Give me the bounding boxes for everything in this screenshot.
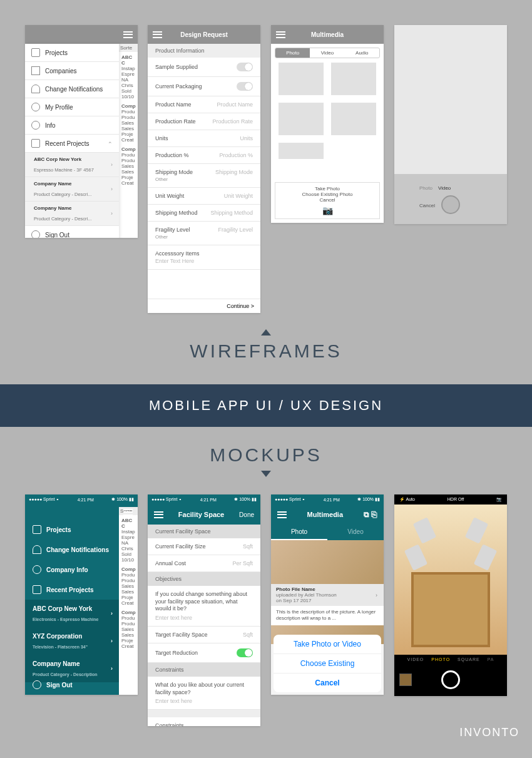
- row-units[interactable]: UnitsUnits: [148, 130, 260, 147]
- tab-photo[interactable]: Photo: [271, 525, 327, 540]
- tab-video[interactable]: Video: [327, 525, 384, 540]
- status-bar: ●●●●● Sprint ⚬4:21 PM✱ 100% ▮▮: [271, 494, 384, 504]
- toggle[interactable]: [237, 63, 253, 71]
- row-constraints[interactable]: ConstraintsEnter text here: [148, 717, 260, 726]
- nav-signout[interactable]: Sign Out: [25, 226, 119, 238]
- continue-button[interactable]: Continue >: [148, 299, 260, 313]
- header: Multimedia⧉ ⎘: [271, 504, 384, 525]
- row-target-space[interactable]: Target Facility SpaceSqft: [148, 627, 260, 643]
- take-photo-button[interactable]: Take Photo: [275, 186, 379, 192]
- tab-photo[interactable]: Photo: [275, 48, 310, 58]
- hamburger-icon[interactable]: [276, 31, 285, 38]
- row-shipping-method[interactable]: Shipping MethodShipping Method: [148, 205, 260, 222]
- hamburger-icon[interactable]: [154, 511, 163, 518]
- nav-notifications[interactable]: Change Notifications: [25, 80, 119, 98]
- spacer: [148, 710, 260, 717]
- hamburger-icon[interactable]: [153, 31, 162, 38]
- chevron-right-icon: ›: [111, 161, 113, 168]
- info-icon: [31, 121, 40, 130]
- thumbnail[interactable]: [331, 63, 376, 95]
- tab-photo[interactable]: Photo: [419, 185, 432, 191]
- recent-item[interactable]: Company NameProduct Category - Descri...…: [25, 177, 119, 202]
- camera-icon[interactable]: 📷: [275, 205, 379, 215]
- tab-video[interactable]: Video: [438, 185, 451, 191]
- hdr-button[interactable]: HDR Off: [448, 497, 464, 502]
- tab-video[interactable]: Video: [310, 48, 344, 58]
- nav-company-info[interactable]: Company Info: [25, 560, 119, 580]
- action-sheet: Take Photo or Video Choose Existing Canc…: [274, 635, 381, 692]
- nav-recent[interactable]: Recent Projects⌃: [25, 135, 119, 153]
- tab-audio[interactable]: Audio: [345, 48, 379, 58]
- recent-item[interactable]: XYZ CorporationTelevision - Flatscreen 3…: [25, 627, 119, 655]
- hamburger-icon[interactable]: [123, 31, 133, 38]
- row-target-reduction: Target Reduction: [148, 643, 260, 663]
- hamburger-icon[interactable]: [123, 509, 133, 516]
- header: Facility SpaceDone: [148, 504, 260, 525]
- row-objective-q1[interactable]: If you could change something about your…: [148, 586, 260, 627]
- building-icon: [31, 66, 40, 75]
- choose-existing-button[interactable]: Choose Existing Photo: [275, 192, 379, 197]
- mode-square[interactable]: SQUARE: [458, 657, 480, 662]
- thumbnail[interactable]: [331, 103, 376, 135]
- row-constraint-q[interactable]: What do you like about your current faci…: [148, 677, 260, 710]
- flash-button[interactable]: ⚡ Auto: [399, 497, 415, 502]
- row-unit-weight[interactable]: Unit WeightUnit Weight: [148, 188, 260, 205]
- side-nav: Projects Change Notifications Company In…: [25, 520, 119, 695]
- nav-notifications[interactable]: Change Notifications: [25, 540, 119, 560]
- cancel-button[interactable]: Cancel: [419, 203, 435, 208]
- row-accessory[interactable]: Accesssory ItemsEnter Text Here: [148, 245, 260, 270]
- nav-info[interactable]: Info: [25, 116, 119, 135]
- page-title: Multimedia: [307, 511, 343, 518]
- row-shipping-mode[interactable]: Shipping ModeShipping ModeOther: [148, 164, 260, 188]
- arrow-up-icon: [261, 329, 271, 335]
- shutter-button[interactable]: [441, 195, 460, 214]
- camera-icon[interactable]: 📷: [496, 497, 502, 502]
- row-production-rate[interactable]: Production RateProduction Rate: [148, 113, 260, 130]
- photo-description: This is the description of the picture. …: [271, 606, 384, 625]
- thumbnail[interactable]: [279, 103, 324, 135]
- cancel-button[interactable]: Cancel: [274, 673, 381, 692]
- nav-profile[interactable]: My Profile: [25, 98, 119, 116]
- chevron-right-icon: ›: [111, 186, 113, 192]
- header: Design Request: [148, 25, 260, 44]
- row-current-size[interactable]: Current Facility SizeSqft: [148, 538, 260, 555]
- nav-projects[interactable]: Projects: [25, 520, 119, 540]
- photo-preview[interactable]: [271, 540, 384, 584]
- mockup-nav: Sorte ABC C InstapEspreNAChrisSold10/10 …: [25, 494, 138, 695]
- nav-companies[interactable]: Companies: [25, 62, 119, 80]
- done-button[interactable]: Done: [239, 511, 254, 518]
- toggle[interactable]: [237, 82, 253, 91]
- recent-item[interactable]: ABC Corp New YorkElectronics - Espresso …: [25, 600, 119, 627]
- camera-top-bar: ⚡ AutoHDR Off📷: [394, 494, 507, 504]
- header-actions[interactable]: ⧉ ⎘: [364, 510, 377, 519]
- camera-viewfinder: [394, 504, 507, 655]
- take-photo-button[interactable]: Take Photo or Video: [274, 635, 381, 654]
- thumbnail[interactable]: [279, 63, 324, 95]
- shutter-button[interactable]: [441, 670, 460, 689]
- recent-item[interactable]: Company NameProduct Category - Descri...…: [25, 202, 119, 226]
- hamburger-icon[interactable]: [277, 511, 287, 518]
- action-sheet: Take Photo Choose Existing Photo Cancel …: [275, 182, 380, 219]
- section-header: Constraints: [148, 663, 260, 677]
- cancel-button[interactable]: Cancel: [275, 197, 379, 203]
- choose-existing-button[interactable]: Choose Existing: [274, 654, 381, 673]
- toggle[interactable]: [237, 648, 253, 657]
- camera-controls: [394, 664, 507, 695]
- chevron-right-icon[interactable]: ›: [376, 592, 377, 598]
- nav-projects[interactable]: Projects: [25, 44, 119, 62]
- row-product-name[interactable]: Product NameProduct Name: [148, 96, 260, 113]
- nav-recent[interactable]: Recent Projects⌃: [25, 580, 119, 600]
- last-photo-thumbnail[interactable]: [399, 673, 412, 686]
- mode-photo[interactable]: PHOTO: [431, 657, 450, 662]
- nav-signout[interactable]: Sign Out: [25, 675, 119, 695]
- row-production-pct[interactable]: Production %Production %: [148, 147, 260, 164]
- mode-pano[interactable]: PA: [488, 657, 494, 662]
- recent-item[interactable]: ABC Corp New YorkEspresso Machine - 3F 4…: [25, 153, 119, 177]
- row-fragility[interactable]: Fragility LevelFragility LevelOther: [148, 222, 260, 245]
- power-icon: [33, 680, 41, 689]
- thumbnail[interactable]: [279, 143, 324, 159]
- wireframe-multimedia: Multimedia Photo Video Audio Take Photo …: [271, 25, 384, 223]
- mode-video[interactable]: VIDEO: [407, 657, 424, 662]
- camera-mode-selector[interactable]: VIDEO PHOTO SQUARE PA: [394, 655, 507, 664]
- row-annual-cost[interactable]: Annual CostPer Sqft: [148, 555, 260, 572]
